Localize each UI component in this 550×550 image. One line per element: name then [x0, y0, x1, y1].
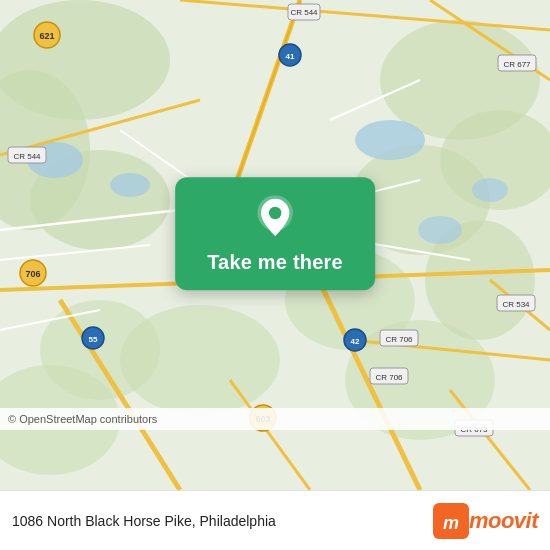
- attribution-text: © OpenStreetMap contributors: [8, 413, 157, 425]
- take-me-there-button[interactable]: Take me there: [175, 177, 375, 290]
- moovit-logo: m moovit: [433, 503, 538, 539]
- svg-point-67: [269, 207, 281, 219]
- map-container: 621 CR 544 41 CR 677 CR 544 706 NJ 42 55…: [0, 0, 550, 490]
- take-me-there-label: Take me there: [207, 251, 343, 274]
- attribution-bar: © OpenStreetMap contributors: [0, 408, 550, 430]
- svg-text:CR 534: CR 534: [502, 300, 530, 309]
- svg-point-17: [472, 178, 508, 202]
- svg-text:42: 42: [351, 337, 360, 346]
- moovit-logo-icon: m: [433, 503, 469, 539]
- svg-text:CR 677: CR 677: [503, 60, 531, 69]
- svg-text:55: 55: [89, 335, 98, 344]
- svg-point-16: [418, 216, 462, 244]
- svg-text:706: 706: [25, 269, 40, 279]
- svg-text:621: 621: [39, 31, 54, 41]
- svg-text:CR 706: CR 706: [375, 373, 403, 382]
- svg-text:CR 544: CR 544: [290, 8, 318, 17]
- location-pin-icon: [251, 195, 299, 243]
- svg-text:CR 706: CR 706: [385, 335, 413, 344]
- bottom-bar: 1086 North Black Horse Pike, Philadelphi…: [0, 490, 550, 550]
- address-text: 1086 North Black Horse Pike, Philadelphi…: [12, 513, 433, 529]
- svg-text:41: 41: [286, 52, 295, 61]
- svg-point-14: [110, 173, 150, 197]
- moovit-logo-text: moovit: [469, 508, 538, 534]
- svg-text:CR 544: CR 544: [13, 152, 41, 161]
- svg-point-15: [355, 120, 425, 160]
- svg-text:m: m: [443, 513, 459, 533]
